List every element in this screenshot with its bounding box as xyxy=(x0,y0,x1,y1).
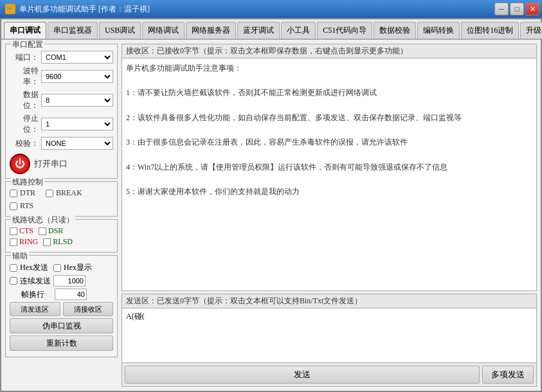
recv-line-2: 1：请不要让防火墙拦截该软件，否则其不能正常检测更新或进行网络调试 xyxy=(126,87,532,99)
baud-select[interactable]: 960019200115200 xyxy=(41,70,113,83)
maximize-button[interactable]: □ xyxy=(510,3,524,15)
continuous-label: 连续发送 xyxy=(20,276,51,287)
dsr-status: DSR xyxy=(39,226,63,236)
tab-server[interactable]: 网络服务器 xyxy=(186,22,236,39)
power-icon: ⏻ xyxy=(10,154,30,174)
send-textarea[interactable]: A(碰( xyxy=(126,311,532,360)
right-panel: 接收区：已接收0字节（提示：双击文本框即保存数据，右键点击则显示更多功能） 单片… xyxy=(122,44,537,387)
window-title: 单片机多功能调试助手 [作者：温子祺] xyxy=(19,4,150,15)
rts-row: RTS xyxy=(10,201,113,211)
content-area: 串口配置 端口： COM1COM2COM3 波特率： 9600192001152… xyxy=(1,40,541,391)
break-label: BREAK xyxy=(56,188,82,198)
send-footer: 发送 多项发送 xyxy=(122,362,536,386)
send-area[interactable]: A(碰( xyxy=(122,308,536,362)
recv-area[interactable]: 单片机多功能调试助手注意事项： 1：请不要让防火墙拦截该软件，否则其不能正常检测… xyxy=(122,58,536,290)
monitor-button[interactable]: 伪串口监视 xyxy=(10,318,113,334)
cts-status: CTS xyxy=(10,226,33,236)
serial-config-group: 串口配置 端口： COM1COM2COM3 波特率： 9600192001152… xyxy=(5,44,118,179)
send-button[interactable]: 发送 xyxy=(125,366,480,384)
tab-encode[interactable]: 编码转换 xyxy=(417,22,460,39)
minimize-button[interactable]: ─ xyxy=(494,3,509,15)
rlsd-label: RLSD xyxy=(53,237,73,247)
port-label: 端口： xyxy=(10,52,39,63)
line-status-group: 线路状态（只读） CTS DSR xyxy=(5,219,118,253)
tab-upgrade[interactable]: 升级与配置 xyxy=(520,22,542,39)
close-button[interactable]: ✕ xyxy=(525,3,539,15)
verify-select[interactable]: NONEODDEVEN xyxy=(41,137,113,150)
ring-status: RING xyxy=(10,237,38,247)
send-header: 发送区：已发送0字节（提示：双击文本框可以支持Bin/Txt文件发送） xyxy=(122,294,536,308)
recv-line-3 xyxy=(126,100,532,112)
multi-send-button[interactable]: 多项发送 xyxy=(482,366,534,384)
port-select[interactable]: COM1COM2COM3 xyxy=(41,51,113,64)
tab-bluetooth[interactable]: 蓝牙调试 xyxy=(237,22,280,39)
line-status-title: 线路状态（只读） xyxy=(11,215,75,226)
recv-line-0: 单片机多功能调试助手注意事项： xyxy=(126,62,532,75)
recv-line-7 xyxy=(126,148,532,161)
dsr-label: DSR xyxy=(48,226,63,236)
data-select[interactable]: 8765 xyxy=(41,94,113,107)
tab-monitor[interactable]: 串口监视器 xyxy=(48,22,98,39)
tab-checksum[interactable]: 数据校验 xyxy=(374,22,416,39)
left-panel: 串口配置 端口： COM1COM2COM3 波特率： 9600192001152… xyxy=(5,44,118,387)
break-checkbox[interactable] xyxy=(46,190,53,197)
app-icon: 🔧 xyxy=(5,4,15,14)
continuous-input[interactable] xyxy=(53,275,86,287)
cts-label: CTS xyxy=(19,226,33,236)
verify-label: 校验： xyxy=(10,138,39,149)
frame-row: 帧换行 xyxy=(10,289,113,300)
ring-label: RING xyxy=(19,237,38,247)
tab-network[interactable]: 网络调试 xyxy=(142,22,185,39)
tab-tools[interactable]: 小工具 xyxy=(281,22,316,39)
title-bar-buttons: ─ □ ✕ xyxy=(494,3,539,15)
line-control-group: 线路控制 DTR BREAK RTS xyxy=(5,181,118,217)
stop-label: 停止位： xyxy=(10,113,39,135)
baud-row: 波特率： 960019200115200 xyxy=(10,66,113,87)
send-section: 发送区：已发送0字节（提示：双击文本框可以支持Bin/Txt文件发送） A(碰(… xyxy=(122,294,537,387)
tab-serial[interactable]: 串口调试 xyxy=(4,22,46,39)
open-port-button[interactable]: ⏻ 打开串口 xyxy=(10,154,113,174)
aux-group: 辅助 Hex发送 Hex显示 连续发送 帧换行 xyxy=(5,255,118,357)
continuous-row: 连续发送 xyxy=(10,275,113,287)
recv-line-4: 2：该软件具备很多人性化功能，如自动保存当前配置、多项发送、双击保存数据记录、端… xyxy=(126,112,532,124)
tab-hex16[interactable]: 位图转16进制 xyxy=(461,22,519,39)
rlsd-status: RLSD xyxy=(43,237,73,247)
recv-line-8: 4：Win7以上的系统，请【使用管理员权限】运行该软件，否则有可能导致强退或保存… xyxy=(126,161,532,174)
reset-button[interactable]: 重新计数 xyxy=(10,335,113,351)
clear-recv-button[interactable]: 清接收区 xyxy=(63,302,114,316)
port-row: 端口： COM1COM2COM3 xyxy=(10,51,113,64)
break-row: BREAK xyxy=(46,188,82,198)
frame-input[interactable] xyxy=(55,289,87,300)
aux-title: 辅助 xyxy=(11,251,29,262)
dtr-checkbox[interactable] xyxy=(10,190,17,197)
hex-show-label: Hex显示 xyxy=(64,262,95,273)
stop-row: 停止位： 11.52 xyxy=(10,113,113,135)
tab-bar: 串口调试 串口监视器 USB调试 网络调试 网络服务器 蓝牙调试 小工具 C51… xyxy=(1,19,541,40)
rts-checkbox[interactable] xyxy=(10,202,17,210)
dtr-row: DTR xyxy=(10,188,35,198)
line-control-title: 线路控制 xyxy=(11,177,44,188)
serial-config-title: 串口配置 xyxy=(11,40,44,50)
recv-line-6: 3：由于很多信息会记录在注册表，因此，容易产生杀毒软件的误报，请允许该软件 xyxy=(126,136,532,148)
tab-usb[interactable]: USB调试 xyxy=(99,22,141,39)
hex-show-checkbox[interactable] xyxy=(53,264,61,272)
continuous-checkbox[interactable] xyxy=(10,277,17,285)
clear-send-button[interactable]: 清发送区 xyxy=(10,302,60,316)
data-row: 数据位： 8765 xyxy=(10,89,113,111)
baud-label: 波特率： xyxy=(10,66,39,87)
dtr-label: DTR xyxy=(20,188,35,198)
recv-header: 接收区：已接收0字节（提示：双击文本框即保存数据，右键点击则显示更多功能） xyxy=(122,44,536,58)
recv-line-1 xyxy=(126,75,532,87)
verify-row: 校验： NONEODDEVEN xyxy=(10,137,113,150)
aux-clear-btns: 清发送区 清接收区 xyxy=(10,302,113,316)
frame-label: 帧换行 xyxy=(21,289,52,300)
recv-line-10: 5：谢谢大家使用本软件，你们的支持就是我的动力 xyxy=(126,186,532,198)
tab-c51[interactable]: C51代码向导 xyxy=(317,22,372,39)
hex-send-checkbox[interactable] xyxy=(10,264,17,272)
recv-line-9 xyxy=(126,174,532,186)
recv-line-5 xyxy=(126,124,532,136)
recv-section: 接收区：已接收0字节（提示：双击文本框即保存数据，右键点击则显示更多功能） 单片… xyxy=(122,44,537,291)
data-label: 数据位： xyxy=(10,89,39,111)
stop-select[interactable]: 11.52 xyxy=(41,118,113,130)
open-btn-label: 打开串口 xyxy=(34,158,68,170)
